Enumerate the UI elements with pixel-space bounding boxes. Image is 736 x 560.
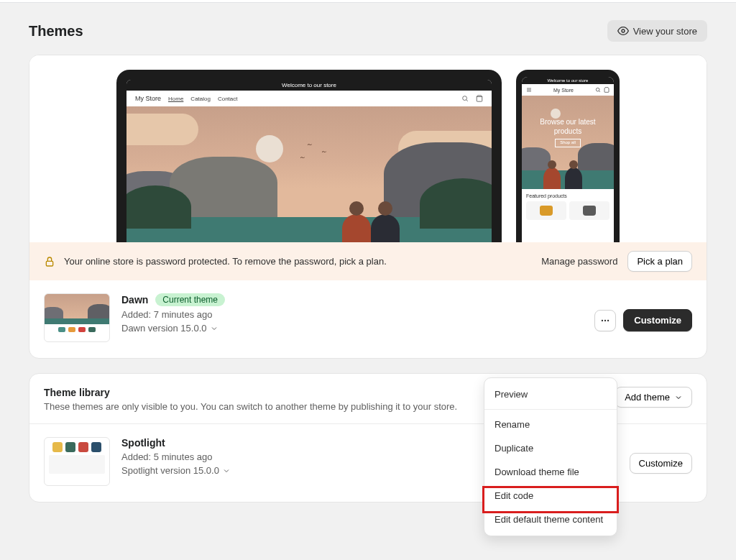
manage-password-link[interactable]: Manage password [541, 256, 617, 267]
nav-home: Home [168, 96, 183, 102]
m-featured-label: Featured products [522, 189, 614, 201]
menu-download[interactable]: Download theme file [484, 460, 617, 484]
customize-button[interactable]: Customize [623, 309, 692, 331]
svg-rect-9 [46, 261, 52, 266]
preview-mobile-frame: Welcome to our store My Store [516, 70, 620, 242]
menu-duplicate[interactable]: Duplicate [484, 436, 617, 460]
current-theme-card: Welcome to our store My Store Home Catal… [29, 55, 707, 359]
menu-rename[interactable]: Rename [484, 413, 617, 436]
view-store-button[interactable]: View your store [607, 20, 707, 42]
theme-version[interactable]: Dawn version 15.0.0 [121, 323, 218, 334]
m-search-icon [595, 87, 601, 93]
thumb-swatches [45, 324, 109, 335]
svg-point-10 [602, 319, 603, 321]
current-theme-row: Dawn Current theme Added: 7 minutes ago … [29, 280, 707, 358]
page-title: Themes [29, 23, 83, 40]
m-bag-icon [604, 87, 610, 93]
m-shop-all: Shop all [555, 139, 581, 147]
chevron-down-icon [674, 393, 683, 402]
store-header: My Store Home Catalog Contact [126, 91, 492, 106]
password-text: Your online store is password protected.… [64, 256, 387, 267]
view-store-label: View your store [633, 26, 697, 37]
pick-plan-button[interactable]: Pick a plan [627, 251, 692, 272]
svg-point-12 [607, 319, 609, 321]
svg-point-1 [463, 96, 467, 101]
m-tee-1 [540, 206, 553, 216]
svg-point-0 [622, 29, 625, 32]
nav-contact: Contact [218, 96, 238, 102]
eye-icon [617, 25, 629, 37]
lib-customize-button[interactable]: Customize [630, 453, 692, 474]
m-store-header: My Store [522, 84, 614, 96]
svg-point-11 [604, 319, 606, 321]
preview-area: Welcome to our store My Store Home Catal… [29, 55, 707, 242]
bag-icon [476, 95, 483, 102]
menu-edit-default[interactable]: Edit default theme content [484, 508, 617, 531]
nav-catalog: Catalog [190, 96, 211, 102]
hero-illustration: ～ ～ ～ [126, 106, 492, 242]
theme-name: Dawn [121, 294, 148, 306]
svg-line-2 [466, 100, 468, 101]
announcement-bar: Welcome to our store [126, 80, 492, 91]
menu-preview[interactable]: Preview [484, 382, 617, 406]
preview-desktop-frame: Welcome to our store My Store Home Catal… [116, 70, 502, 242]
m-hero: Browse our latest products Shop all [522, 96, 614, 189]
m-store-name: My Store [553, 88, 574, 93]
menu-icon [526, 87, 532, 93]
password-banner: Your online store is password protected.… [29, 242, 707, 280]
m-products [522, 201, 614, 220]
theme-thumbnail-spotlight [44, 437, 110, 486]
current-theme-badge: Current theme [155, 293, 225, 306]
page-header: Themes View your store [29, 3, 707, 55]
search-icon [461, 95, 469, 102]
svg-point-7 [596, 88, 599, 91]
lib-theme-version[interactable]: Spotlight version 15.0.0 [121, 465, 231, 476]
m-hero-line2: products [522, 127, 614, 136]
library-subtitle: These themes are only visible to you. Yo… [44, 401, 457, 412]
chevron-down-icon [222, 467, 231, 475]
dots-icon [600, 316, 610, 326]
theme-thumbnail-dawn [44, 293, 110, 342]
menu-edit-code[interactable]: Edit code [484, 484, 617, 508]
store-name: My Store [135, 95, 161, 102]
m-announcement: Welcome to our store [522, 77, 614, 84]
library-title: Theme library [44, 387, 457, 398]
preview-mobile-screen: Welcome to our store My Store [522, 77, 614, 242]
m-tee-2 [583, 206, 596, 216]
m-hero-line1: Browse our latest [522, 117, 614, 127]
chevron-down-icon [210, 324, 218, 333]
lock-icon [44, 256, 55, 267]
theme-added: Added: 7 minutes ago [121, 309, 583, 320]
svg-line-8 [599, 91, 600, 92]
theme-actions-menu: Preview Rename Duplicate Download theme … [484, 377, 617, 536]
theme-more-button[interactable] [594, 310, 616, 331]
preview-desktop-screen: Welcome to our store My Store Home Catal… [126, 80, 492, 242]
add-theme-button[interactable]: Add theme [615, 387, 692, 408]
